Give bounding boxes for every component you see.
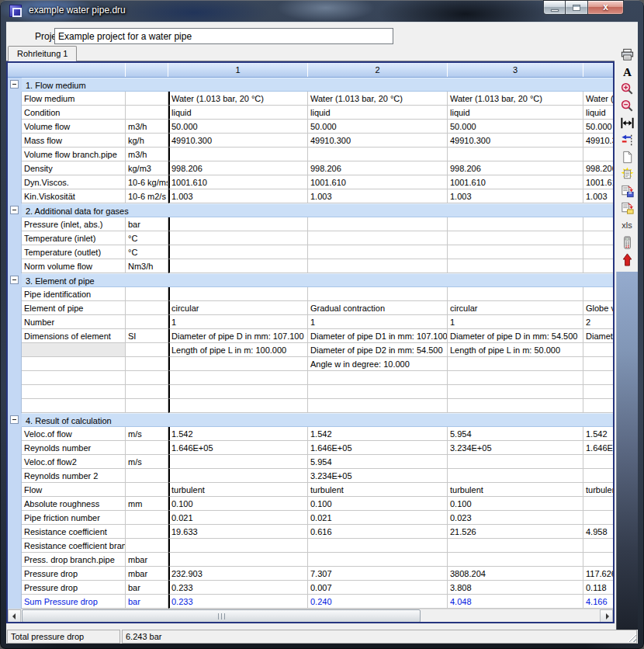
cell-col2[interactable] [308,553,448,567]
cell-col3[interactable]: turbulent [448,483,583,497]
collapse-section-button[interactable] [10,80,19,88]
refresh-view-icon[interactable] [617,165,637,182]
cell-col4[interactable] [583,469,613,483]
cell-col3[interactable] [448,399,583,413]
cell-col3[interactable] [448,259,583,273]
cell-col2[interactable]: 0.100 [308,497,448,511]
cell-col2[interactable]: Gradual contraction [308,301,448,315]
collapse-section-button[interactable] [10,415,19,424]
cell-col3[interactable] [448,217,583,231]
cell-col2[interactable] [308,148,448,161]
cell-col4[interactable]: 4.166 [583,595,613,609]
cell-col2[interactable]: 0.021 [308,511,448,525]
scroll-top-icon[interactable] [617,251,637,268]
font-size-icon[interactable]: A [617,63,637,80]
cell-col1[interactable]: 1.646E+05 [168,441,308,455]
horizontal-scrollbar[interactable] [8,609,613,622]
cell-col3[interactable]: 3.234E+05 [448,441,583,455]
cell-col3[interactable]: 50.000 [448,120,583,134]
cell-col2[interactable]: Angle w in degree: 10.000 [308,357,448,371]
cell-col2[interactable]: 0.240 [308,595,448,609]
cell-col3[interactable]: 0.100 [448,497,583,511]
maximize-button[interactable] [566,0,587,15]
cell-col3[interactable] [448,231,583,245]
cell-col3[interactable] [448,371,583,385]
cell-col2[interactable]: 1.646E+05 [308,441,448,455]
export-file-icon[interactable] [617,200,637,217]
save-export-icon[interactable] [617,182,637,200]
cell-col4[interactable]: 117.626 [583,567,613,581]
cell-col3[interactable]: 4.048 [448,595,583,609]
cell-col2[interactable]: 1001.610 [308,175,448,189]
cell-col4[interactable]: 49910.300 [583,134,613,148]
collapse-section-button[interactable] [10,276,19,284]
cell-col1[interactable]: circular [168,301,308,315]
print-icon[interactable] [617,46,637,63]
cell-col1[interactable] [168,539,308,553]
cell-col1[interactable]: 0.021 [168,511,308,525]
cell-col3[interactable]: Diameter of pipe D in mm: 54.500 [448,329,583,343]
cell-col2[interactable]: 1.542 [308,427,448,441]
zoom-out-icon[interactable] [617,97,637,114]
cell-col3[interactable]: liquid [448,106,583,120]
cell-col1[interactable]: 1.542 [168,427,308,441]
tab-rohrleitung-1[interactable]: Rohrleitung 1 [8,46,77,61]
cell-col1[interactable]: 50.000 [168,120,308,134]
cell-col1[interactable] [168,399,308,413]
cell-col2[interactable] [308,245,448,259]
cell-col4[interactable] [583,357,613,371]
cell-col4[interactable] [583,455,613,469]
cell-col2[interactable]: 5.954 [308,455,448,469]
cell-col1[interactable] [168,231,308,245]
cell-col1[interactable]: 1 [168,315,308,329]
cell-col4[interactable]: turbulent [583,483,613,497]
cell-col4[interactable] [583,497,613,511]
scroll-right-button[interactable] [600,609,613,623]
cell-col1[interactable]: 49910.300 [168,134,308,148]
cell-col2[interactable]: 50.000 [308,120,448,134]
cell-col3[interactable] [448,553,583,567]
cell-col2[interactable]: 1.003 [308,189,448,203]
cell-col3[interactable]: 49910.300 [448,134,583,148]
cell-col4[interactable] [583,343,613,357]
cell-col1[interactable] [168,287,308,301]
cell-col2[interactable] [308,385,448,399]
cell-col3[interactable] [448,287,583,301]
cell-col2[interactable] [308,399,448,413]
cell-col4[interactable] [583,511,613,525]
cell-col1[interactable]: Water (1.013 bar, 20 °C) [168,92,308,106]
cell-col4[interactable] [583,553,613,567]
scrollbar-thumb[interactable] [22,609,421,623]
cell-col4[interactable]: Diameter of pipe D in mm: 54.500 [583,329,613,343]
cell-col2[interactable]: 1 [308,315,448,329]
cell-col2[interactable] [308,231,448,245]
cell-col4[interactable] [583,371,613,385]
cell-col4[interactable] [583,399,613,413]
excel-export-icon[interactable]: xls [617,217,637,234]
cell-col1[interactable]: 1001.610 [168,175,308,189]
close-button[interactable]: x [587,0,624,15]
project-input[interactable] [54,28,393,44]
cell-col4[interactable]: Globe valve [583,301,613,315]
cell-col3[interactable]: 3808.204 [448,567,583,581]
cell-col1[interactable] [168,469,308,483]
cell-col4[interactable]: liquid [583,106,613,120]
cell-col1[interactable]: turbulent [168,483,308,497]
cell-col1[interactable] [168,357,308,371]
cell-col1[interactable] [168,385,308,399]
cell-col1[interactable]: liquid [168,106,308,120]
cell-col2[interactable]: turbulent [308,483,448,497]
cell-col3[interactable]: 3.808 [448,581,583,595]
cell-col2[interactable]: 7.307 [308,567,448,581]
cell-col1[interactable]: 0.100 [168,497,308,511]
cell-col3[interactable]: 21.526 [448,525,583,539]
cell-col1[interactable] [168,259,308,273]
cell-col4[interactable] [583,148,613,161]
column-header-blank[interactable] [8,63,126,77]
cell-col1[interactable]: 998.206 [168,161,308,175]
cell-col4[interactable] [583,217,613,231]
cell-col3[interactable] [448,148,583,161]
cell-col3[interactable] [448,357,583,371]
cell-col3[interactable]: 998.206 [448,161,583,175]
column-header-blank[interactable] [583,63,615,77]
